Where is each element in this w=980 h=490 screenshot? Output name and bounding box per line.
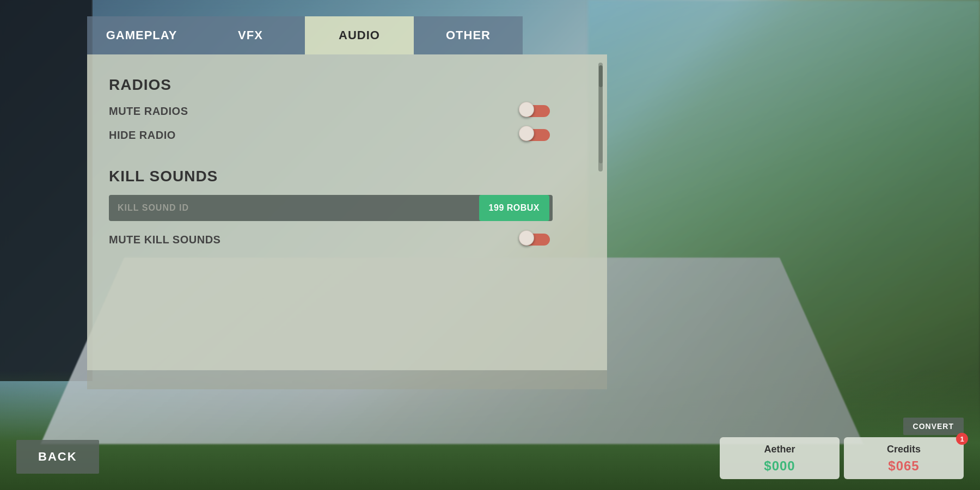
tab-gameplay[interactable]: GAMEPLAY — [87, 16, 196, 54]
bottom-right-ui: Aether $000 CONVERT 1 Credits $065 — [720, 437, 964, 479]
mute-radios-row: MUTE RADIOS — [109, 103, 585, 119]
credits-value: $065 — [855, 458, 953, 474]
radios-heading: RADIOS — [109, 76, 585, 94]
kill-sound-input-wrap[interactable]: KILL SOUND ID 199 ROBUX — [109, 195, 553, 221]
toggle-thumb — [519, 126, 534, 141]
panel-content: RADIOS MUTE RADIOS HIDE RADIO KILL SOUND… — [87, 54, 607, 370]
mute-radios-toggle[interactable] — [520, 103, 553, 119]
credits-box: CONVERT 1 Credits $065 — [844, 437, 964, 479]
settings-panel: GAMEPLAY VFX AUDIO OTHER RADIOS MUTE RAD… — [87, 16, 607, 457]
kill-sound-id-row: KILL SOUND ID 199 ROBUX — [109, 195, 585, 221]
hide-radio-toggle[interactable] — [520, 127, 553, 143]
kill-sound-placeholder: KILL SOUND ID — [109, 203, 476, 213]
tab-audio[interactable]: AUDIO — [305, 16, 414, 54]
tab-vfx[interactable]: VFX — [196, 16, 305, 54]
bg-building — [0, 0, 93, 381]
hide-radio-label: HIDE RADIO — [109, 129, 176, 142]
mute-radios-label: MUTE RADIOS — [109, 105, 188, 118]
scroll-thumb — [599, 65, 603, 87]
convert-button[interactable]: CONVERT — [903, 418, 964, 435]
credits-notification-badge: 1 — [956, 433, 968, 445]
toggle-thumb — [519, 102, 534, 117]
tab-bar: GAMEPLAY VFX AUDIO OTHER — [87, 16, 607, 54]
kill-sounds-heading: KILL SOUNDS — [109, 168, 585, 185]
toggle-thumb — [519, 230, 534, 246]
hide-radio-row: HIDE RADIO — [109, 127, 585, 143]
mute-kill-sounds-row: MUTE KILL SOUNDS — [109, 232, 585, 247]
robux-badge[interactable]: 199 ROBUX — [479, 195, 549, 221]
credits-label: Credits — [855, 444, 953, 455]
mute-kill-sounds-label: MUTE KILL SOUNDS — [109, 234, 220, 246]
aether-value: $000 — [731, 458, 829, 474]
tab-other[interactable]: OTHER — [414, 16, 523, 54]
back-button[interactable]: BACK — [16, 440, 99, 474]
scrollbar[interactable] — [599, 65, 603, 163]
aether-box: Aether $000 — [720, 437, 840, 479]
mute-kill-sounds-toggle[interactable] — [520, 232, 553, 247]
panel-bottom-bar — [87, 370, 607, 389]
aether-label: Aether — [731, 444, 829, 455]
